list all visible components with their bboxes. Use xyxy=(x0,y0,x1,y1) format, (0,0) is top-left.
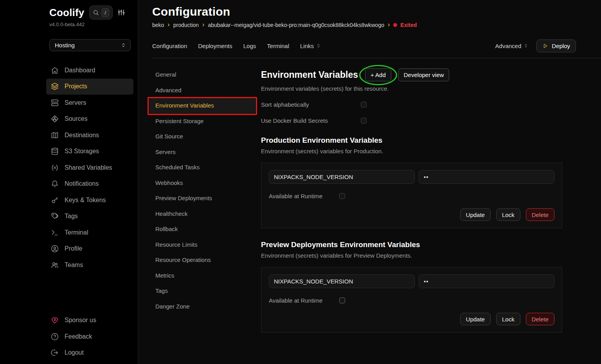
eye-icon[interactable] xyxy=(542,173,550,181)
sidebar-item-sponsor-us[interactable]: Sponsor us xyxy=(46,312,133,329)
subnav-item-servers[interactable]: Servers xyxy=(149,144,256,160)
subnav-item-git-source[interactable]: Git Source xyxy=(149,129,256,144)
sidebar-item-shared-variables[interactable]: Shared Variables xyxy=(46,160,133,176)
map-icon xyxy=(51,131,59,139)
subnav-item-tags[interactable]: Tags xyxy=(149,283,256,299)
sidebar-item-servers[interactable]: Servers xyxy=(46,95,133,111)
heart-icon xyxy=(51,316,59,324)
subnav-item-resource-operations[interactable]: Resource Operations xyxy=(149,252,256,268)
lock-button[interactable]: Lock xyxy=(496,208,520,221)
breadcrumb-separator: › xyxy=(202,22,204,28)
update-button[interactable]: Update xyxy=(460,208,491,221)
git-icon xyxy=(51,115,59,123)
terminal-icon xyxy=(51,229,59,237)
lock-button[interactable]: Lock xyxy=(496,313,520,325)
sidebar-item-projects[interactable]: Projects xyxy=(46,79,133,95)
play-icon xyxy=(542,43,548,49)
breadcrumb-item[interactable]: production xyxy=(173,22,199,28)
sidebar-item-destinations[interactable]: Destinations xyxy=(46,127,133,143)
sidebar-item-logout[interactable]: Logout xyxy=(46,345,133,361)
sidebar-item-tags[interactable]: Tags xyxy=(46,208,133,225)
subnav-item-label: Git Source xyxy=(155,133,183,140)
sidebar-item-teams[interactable]: Teams xyxy=(46,257,133,273)
developer-view-button[interactable]: Developer view xyxy=(398,68,450,81)
breadcrumb-separator: › xyxy=(388,22,390,28)
env-var-name-input[interactable] xyxy=(269,274,415,288)
env-var-value-input[interactable] xyxy=(419,274,554,288)
breadcrumb-item[interactable]: abubakar--meigag/vid-tube-beko-pro:main-… xyxy=(208,22,384,28)
subnav-item-general[interactable]: General xyxy=(149,67,256,82)
subnav-item-label: Preview Deployments xyxy=(155,195,212,201)
sidebar-item-profile[interactable]: Profile xyxy=(46,241,133,257)
team-select[interactable]: Hosting xyxy=(49,39,131,51)
delete-button[interactable]: Delete xyxy=(526,208,554,221)
subnav-item-label: General xyxy=(155,71,176,78)
advanced-toggle[interactable]: Advanced xyxy=(495,43,529,49)
subnav-item-healthcheck[interactable]: Healthcheck xyxy=(149,206,256,222)
subnav-item-advanced[interactable]: Advanced xyxy=(149,82,256,98)
breadcrumb-item[interactable]: beko xyxy=(152,22,164,28)
tab-logs[interactable]: Logs xyxy=(243,43,256,49)
database-icon xyxy=(51,147,59,155)
toggle-checkbox[interactable] xyxy=(361,102,367,108)
sidebar-item-label: Feedback xyxy=(65,333,92,340)
toggle-checkbox[interactable] xyxy=(361,118,367,124)
info-icon[interactable] xyxy=(313,102,319,108)
subnav-item-scheduled-tasks[interactable]: Scheduled Tasks xyxy=(149,160,256,175)
sidebar-item-label: Keys & Tokens xyxy=(65,197,106,204)
deploy-button[interactable]: Deploy xyxy=(536,39,576,52)
tab-links[interactable]: Links xyxy=(300,43,321,49)
app-logo: Coolify xyxy=(49,7,85,19)
subnav-item-preview-deployments[interactable]: Preview Deployments xyxy=(149,190,256,206)
subnav-item-danger-zone[interactable]: Danger Zone xyxy=(149,299,256,314)
sidebar-item-label: Profile xyxy=(65,245,82,252)
subnav-item-label: Healthcheck xyxy=(155,210,188,217)
runtime-checkbox[interactable] xyxy=(339,298,345,303)
toggle-row-sort-alphabetically: Sort alphabetically xyxy=(261,101,562,108)
sidebar-item-feedback[interactable]: Feedback xyxy=(46,328,133,345)
app-version: v4.0.0-beta.442 xyxy=(49,22,134,27)
env-var-value-input[interactable] xyxy=(419,170,554,184)
info-icon[interactable] xyxy=(331,118,338,124)
env-section-production-environment-variables: Production Environment Variables Environ… xyxy=(261,136,562,228)
sidebar-item-label: Sponsor us xyxy=(65,317,96,324)
info-icon[interactable] xyxy=(326,193,332,199)
breadcrumb-separator: › xyxy=(167,22,169,28)
tab-configuration[interactable]: Configuration xyxy=(152,43,187,49)
sidebar-item-dashboard[interactable]: Dashboard xyxy=(46,62,133,79)
sidebar-item-keys-tokens[interactable]: Keys & Tokens xyxy=(46,192,133,208)
tab-label: Logs xyxy=(243,43,256,49)
tab-deployments[interactable]: Deployments xyxy=(198,43,232,49)
subnav-item-metrics[interactable]: Metrics xyxy=(149,268,256,283)
delete-button[interactable]: Delete xyxy=(526,313,554,325)
env-section-title: Production Environment Variables xyxy=(261,136,562,145)
deploy-label: Deploy xyxy=(552,43,570,49)
update-button[interactable]: Update xyxy=(460,313,491,325)
sidebar-item-s3-storages[interactable]: S3 Storages xyxy=(46,143,133,160)
sidebar-item-label: Logout xyxy=(65,349,84,356)
env-var-name-input[interactable] xyxy=(269,170,415,184)
eye-icon[interactable] xyxy=(542,278,550,285)
sidebar-item-sources[interactable]: Sources xyxy=(46,111,133,127)
subnav-item-rollback[interactable]: Rollback xyxy=(149,221,256,237)
subnav-item-label: Rollback xyxy=(155,226,178,232)
team-select-value: Hosting xyxy=(55,42,75,48)
env-var-card: Available at Runtime Update Lock Delete xyxy=(261,267,562,333)
env-section-subtitle: Environment (secrets) variables for Prev… xyxy=(261,252,562,259)
search-button[interactable]: / xyxy=(89,5,113,20)
subnav-item-persistent-storage[interactable]: Persistent Storage xyxy=(149,113,256,129)
subnav-item-label: Servers xyxy=(155,149,176,155)
subnav-item-webhooks[interactable]: Webhooks xyxy=(149,175,256,191)
runtime-checkbox[interactable] xyxy=(339,193,345,199)
info-icon[interactable] xyxy=(326,298,332,304)
subnav-item-environment-variables[interactable]: Environment Variables xyxy=(149,98,256,113)
sidebar-item-terminal[interactable]: Terminal xyxy=(46,224,133,241)
subnav-item-resource-limits[interactable]: Resource Limits xyxy=(149,237,256,253)
subnav-item-label: Advanced xyxy=(155,87,182,93)
subnav-item-label: Resource Operations xyxy=(155,256,211,263)
sidebar-item-notifications[interactable]: Notifications xyxy=(46,176,133,192)
user-circle-icon xyxy=(51,245,59,253)
tab-terminal[interactable]: Terminal xyxy=(267,43,289,49)
filter-sliders-icon[interactable] xyxy=(117,9,125,16)
add-env-var-button[interactable]: + Add xyxy=(365,68,391,81)
